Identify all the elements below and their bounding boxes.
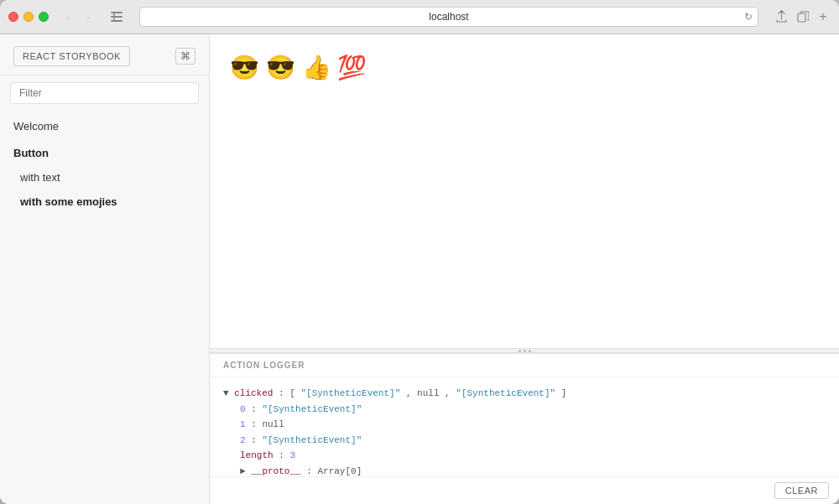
log-line: ► __proto__ : Array[0] — [223, 465, 826, 476]
browser-actions: + — [772, 9, 831, 24]
sidebar-item-with-emojies[interactable]: with some emojies — [0, 190, 209, 214]
clear-button[interactable]: CLEAR — [774, 482, 829, 499]
sidebar-item-button[interactable]: Button — [0, 138, 209, 165]
sidebar-item-with-text[interactable]: with text — [0, 165, 209, 190]
action-logger: ACTION LOGGER ▼ clicked : [ "[SyntheticE… — [210, 353, 839, 504]
svg-rect-2 — [111, 20, 122, 22]
share-button[interactable] — [772, 9, 790, 24]
address-bar[interactable]: localhost ↻ — [139, 7, 758, 27]
log-line: length : 3 — [223, 449, 826, 464]
preview-area: 😎 😎 👍 💯 — [210, 34, 839, 348]
traffic-lights — [8, 12, 49, 22]
log-line: 2 : "[SyntheticEvent]" — [223, 434, 826, 449]
svg-rect-1 — [111, 16, 122, 18]
url-text: localhost — [429, 11, 468, 23]
sidebar-toggle-button[interactable] — [107, 9, 126, 24]
filter-input[interactable] — [10, 82, 199, 104]
log-line: 0 : "[SyntheticEvent]" — [223, 403, 826, 418]
log-line: 1 : null — [223, 418, 826, 433]
resize-dots — [519, 350, 531, 352]
keyboard-shortcut-icon: ⌘ — [175, 48, 195, 65]
browser-chrome: ‹ › localhost ↻ — [0, 0, 839, 34]
back-button[interactable]: ‹ — [59, 9, 77, 24]
close-button[interactable] — [8, 12, 18, 22]
refresh-button[interactable]: ↻ — [744, 11, 753, 23]
nav-buttons: ‹ › — [59, 9, 97, 24]
logger-header: ACTION LOGGER — [210, 354, 839, 377]
forward-button[interactable]: › — [79, 9, 97, 24]
minimize-button[interactable] — [23, 12, 34, 22]
logger-content: ▼ clicked : [ "[SyntheticEvent]" , null … — [210, 377, 839, 476]
new-tab-button[interactable]: + — [816, 9, 831, 24]
log-line: ▼ clicked : [ "[SyntheticEvent]" , null … — [223, 387, 826, 402]
duplicate-button[interactable] — [794, 9, 812, 24]
sidebar-item-welcome[interactable]: Welcome — [0, 114, 209, 138]
logger-footer: CLEAR — [210, 476, 839, 504]
nav-list: Welcome Button with text with some emoji… — [0, 111, 209, 504]
emoji-content: 😎 😎 👍 💯 — [230, 55, 367, 81]
storybook-button[interactable]: REACT STORYBOOK — [13, 46, 130, 66]
main-panel: 😎 😎 👍 💯 ACTION LOGGER ▼ clicked — [210, 34, 839, 504]
svg-rect-0 — [111, 12, 122, 13]
browser-content: REACT STORYBOOK ⌘ Welcome Button with te… — [0, 34, 839, 504]
svg-rect-4 — [798, 13, 805, 22]
sidebar-header: REACT STORYBOOK ⌘ — [0, 34, 209, 75]
browser-window: ‹ › localhost ↻ — [0, 0, 839, 504]
sidebar: REACT STORYBOOK ⌘ Welcome Button with te… — [0, 34, 210, 504]
emoji-display: 😎 😎 👍 💯 — [230, 51, 819, 84]
maximize-button[interactable] — [39, 12, 49, 22]
